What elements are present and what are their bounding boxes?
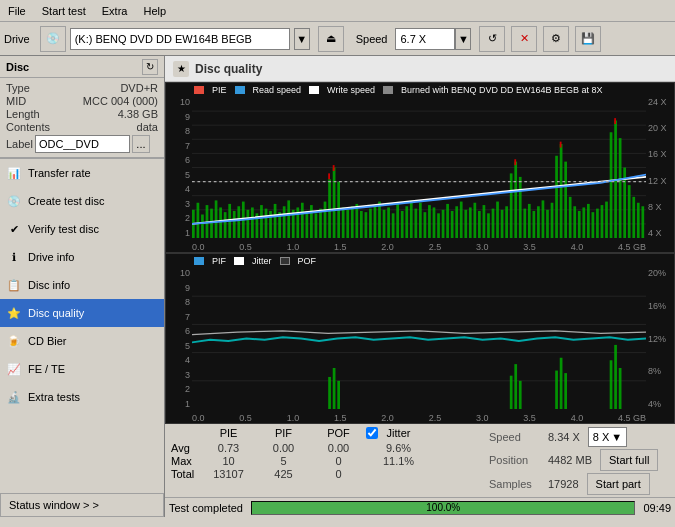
sidebar-item-label-disc-info: Disc info: [28, 279, 70, 291]
svg-rect-14: [215, 200, 218, 238]
avg-pie: 0.73: [201, 442, 256, 454]
sidebar-item-transfer-rate[interactable]: 📊Transfer rate: [0, 159, 164, 187]
sidebar-item-cd-bier[interactable]: 🍺CD Bier: [0, 327, 164, 355]
svg-rect-85: [537, 206, 540, 238]
disc-mid-row: MID MCC 004 (000): [6, 95, 158, 107]
sidebar-item-create-test-disc[interactable]: 💿Create test disc: [0, 187, 164, 215]
svg-rect-35: [310, 205, 313, 238]
svg-rect-94: [578, 211, 581, 238]
svg-rect-97: [592, 212, 595, 238]
disc-quality-header: ★ Disc quality: [165, 56, 675, 82]
svg-rect-67: [455, 206, 458, 238]
svg-rect-19: [237, 206, 240, 238]
svg-rect-63: [437, 213, 440, 238]
verify-test-disc-icon: ✔: [6, 221, 22, 237]
refresh-button[interactable]: ↺: [479, 26, 505, 52]
svg-rect-33: [301, 203, 304, 238]
svg-rect-119: [328, 377, 331, 409]
svg-rect-25: [265, 209, 268, 238]
drive-select-arrow[interactable]: ▼: [294, 28, 310, 50]
avg-pof: 0.00: [311, 442, 366, 454]
svg-rect-55: [401, 211, 404, 238]
speed-select-box[interactable]: 6.7 X: [395, 28, 455, 50]
legend2-pif-label: PIF: [212, 256, 226, 266]
svg-rect-74: [473, 203, 476, 238]
toolbar: Drive 💿 (K:) BENQ DVD DD EW164B BEGB ▼ ⏏…: [0, 22, 675, 56]
legend2-pof-color: [280, 257, 290, 265]
svg-rect-36: [315, 213, 318, 238]
col-header-pif: PIF: [256, 427, 311, 441]
status-window-button[interactable]: Status window > >: [0, 493, 164, 517]
erase-button[interactable]: ✕: [511, 26, 537, 52]
sidebar-item-label-transfer-rate: Transfer rate: [28, 167, 91, 179]
sidebar-item-extra-tests[interactable]: 🔬Extra tests: [0, 383, 164, 411]
svg-rect-96: [587, 204, 590, 238]
svg-rect-99: [601, 205, 604, 238]
svg-rect-111: [514, 159, 516, 165]
svg-rect-59: [419, 203, 422, 238]
svg-rect-87: [546, 210, 549, 238]
progress-time: 09:49: [643, 502, 671, 514]
chart-top: PIE Read speed Write speed Burned with B…: [165, 82, 675, 253]
eject-button[interactable]: ⏏: [318, 26, 344, 52]
sidebar-item-disc-info[interactable]: 📋Disc info: [0, 271, 164, 299]
start-full-button[interactable]: Start full: [600, 449, 658, 471]
svg-rect-49: [374, 205, 377, 238]
speed-select-value: 8 X: [593, 431, 610, 443]
chart-top-y-axis-right: 24 X 20 X 16 X 12 X 8 X 4 X: [646, 97, 674, 238]
svg-rect-122: [510, 376, 513, 409]
progress-bar-wrapper: 100.0%: [251, 501, 635, 515]
drive-select-box[interactable]: (K:) BENQ DVD DD EW164B BEGB: [70, 28, 290, 50]
disc-label-button[interactable]: ...: [132, 135, 150, 153]
progress-percent: 100.0%: [251, 501, 635, 515]
settings-button[interactable]: ⚙: [543, 26, 569, 52]
svg-rect-70: [514, 162, 517, 238]
svg-rect-73: [469, 207, 472, 238]
svg-rect-11: [201, 215, 204, 239]
disc-type-row: Type DVD+R: [6, 82, 158, 94]
speed-select-arrow: ▼: [611, 431, 622, 443]
sidebar-item-disc-quality[interactable]: ⭐Disc quality: [0, 299, 164, 327]
svg-rect-68: [460, 202, 463, 238]
sidebar-item-drive-info[interactable]: ℹDrive info: [0, 243, 164, 271]
svg-rect-109: [328, 173, 330, 179]
svg-rect-80: [501, 210, 504, 238]
sidebar-item-fe-te[interactable]: 📈FE / TE: [0, 355, 164, 383]
svg-rect-129: [614, 345, 617, 409]
disc-label-input[interactable]: [35, 135, 130, 153]
speed-select-arrow[interactable]: ▼: [455, 28, 471, 50]
svg-rect-61: [428, 205, 431, 238]
chart-bottom-x-axis: 0.0 0.5 1.0 1.5 2.0 2.5 3.0 3.5 4.0 4.5 …: [192, 413, 646, 423]
drive-icon: 💿: [46, 32, 60, 45]
svg-rect-60: [424, 212, 427, 238]
save-button[interactable]: 💾: [575, 26, 601, 52]
menu-help[interactable]: Help: [139, 3, 170, 19]
disc-length-label: Length: [6, 108, 40, 120]
menu-extra[interactable]: Extra: [98, 3, 132, 19]
svg-rect-100: [605, 202, 608, 238]
svg-rect-22: [251, 207, 254, 238]
svg-rect-24: [260, 205, 263, 238]
sidebar-item-verify-test-disc[interactable]: ✔Verify test disc: [0, 215, 164, 243]
svg-rect-53: [392, 213, 395, 238]
disc-mid-label: MID: [6, 95, 26, 107]
svg-rect-123: [514, 364, 517, 409]
legend-write-label: Write speed: [327, 85, 375, 95]
disc-contents-row: Contents data: [6, 121, 158, 133]
menu-file[interactable]: File: [4, 3, 30, 19]
drive-icon-btn: 💿: [40, 26, 66, 52]
svg-rect-105: [628, 185, 631, 238]
svg-rect-56: [405, 206, 408, 238]
menu-start-test[interactable]: Start test: [38, 3, 90, 19]
svg-rect-86: [542, 200, 545, 238]
svg-rect-82: [523, 209, 526, 238]
svg-rect-51: [383, 210, 386, 238]
speed-select-display[interactable]: 8 X ▼: [588, 427, 627, 447]
disc-refresh-button[interactable]: ↻: [142, 59, 158, 75]
fe-te-icon: 📈: [6, 361, 22, 377]
erase-icon: ✕: [520, 32, 529, 45]
samples-key: Samples: [489, 478, 544, 490]
chart-top-y-axis-left: 10 9 8 7 6 5 4 3 2 1: [166, 97, 192, 238]
avg-jitter: 9.6%: [376, 442, 421, 454]
start-part-button[interactable]: Start part: [587, 473, 650, 495]
